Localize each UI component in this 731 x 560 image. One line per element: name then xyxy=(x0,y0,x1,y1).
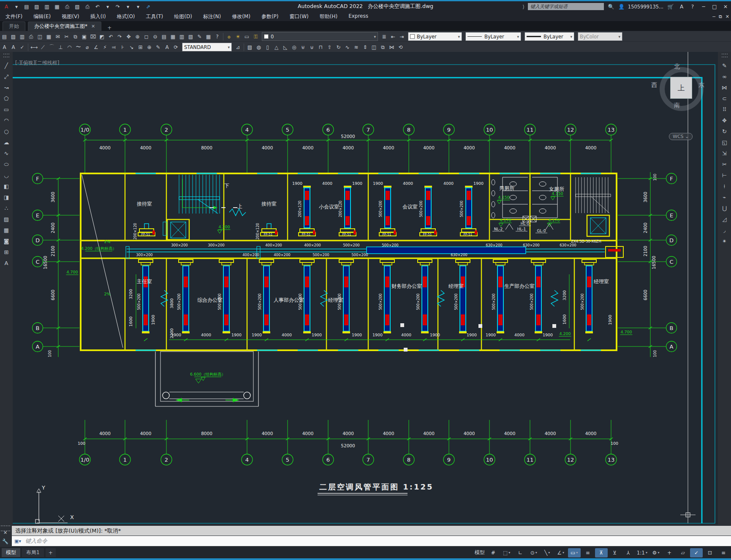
create-block-icon[interactable]: ◨ xyxy=(2,193,11,202)
fillet-icon[interactable]: ◞ xyxy=(720,226,729,235)
save-icon[interactable]: ▥ xyxy=(18,32,27,41)
zoom-realtime-icon[interactable]: ⊕ xyxy=(133,32,142,41)
viewcube-south[interactable]: 南 xyxy=(674,102,680,109)
grid-icon[interactable]: # xyxy=(487,548,500,557)
sweep-icon[interactable]: ∿ xyxy=(343,43,352,51)
circle-icon[interactable]: ○ xyxy=(2,127,11,136)
menu-7[interactable]: 绘图(D) xyxy=(168,13,198,20)
customize-icon[interactable]: ≡ xyxy=(717,548,730,557)
point-icon[interactable]: ∴ xyxy=(2,204,11,213)
pan-icon[interactable]: ✥ xyxy=(124,32,133,41)
loft-icon[interactable]: ≋ xyxy=(352,43,361,51)
snap-icon[interactable]: ⬚▾ xyxy=(500,548,513,557)
wedge-icon[interactable]: ◺ xyxy=(281,43,290,51)
break-icon[interactable]: ⌁ xyxy=(720,193,729,202)
layer-match-icon[interactable]: ⇥ xyxy=(397,32,406,41)
layer-on-icon[interactable]: ๏ xyxy=(225,32,234,41)
command-input[interactable]: ▣▾ 键入命令 xyxy=(12,536,731,546)
undo-icon[interactable]: ↶ xyxy=(106,32,115,41)
mtext-icon[interactable]: A xyxy=(9,43,18,51)
lineweight-combo[interactable]: ByLayer▾ xyxy=(524,32,574,41)
mtext-icon[interactable]: A xyxy=(2,259,11,268)
toolbar-grip[interactable] xyxy=(3,54,9,57)
annoscale-settings-icon[interactable]: ⚙▾ xyxy=(649,548,662,557)
rotate-icon[interactable]: ↻ xyxy=(720,127,729,136)
cut-icon[interactable]: ✂ xyxy=(62,32,71,41)
viewcube[interactable]: 北 西 东 南 上 WCS ⌄ xyxy=(658,65,705,113)
3dalign-icon[interactable]: ⧉ xyxy=(378,43,387,51)
revcloud-icon[interactable]: ☁ xyxy=(2,138,11,147)
qat-menu-caret-icon[interactable]: ▾ xyxy=(133,3,143,11)
menu-8[interactable]: 标注(N) xyxy=(198,13,226,20)
center-mark-icon[interactable]: ⊕ xyxy=(145,43,154,51)
dim-diameter-icon[interactable]: ⌀ xyxy=(83,43,92,51)
viewcube-west[interactable]: 西 xyxy=(651,81,657,89)
redo-caret-icon[interactable]: ▾ xyxy=(123,3,133,11)
slice-icon[interactable]: ◫ xyxy=(370,43,378,51)
polar-icon[interactable]: ⊙▾ xyxy=(527,548,540,557)
signin-label[interactable]: 1505999135... xyxy=(628,4,663,10)
intersect-icon[interactable]: ⊓ xyxy=(316,43,325,51)
break-point-icon[interactable]: ⍿ xyxy=(720,182,729,191)
osnap-icon[interactable]: ⊼ xyxy=(595,548,608,557)
add-layout-button[interactable]: + xyxy=(46,548,56,557)
extrude-icon[interactable]: ⇧ xyxy=(325,43,334,51)
preview-icon[interactable]: ◫ xyxy=(35,32,44,41)
cone-icon[interactable]: △ xyxy=(272,43,281,51)
batch-plot-icon[interactable]: ▧ xyxy=(73,3,82,11)
calc-icon[interactable]: ▦ xyxy=(204,32,213,41)
etransmit-icon[interactable]: ✉ xyxy=(53,32,62,41)
viewcube-wcs-menu[interactable]: WCS ⌄ xyxy=(669,133,693,140)
qnew-icon[interactable]: ▤ xyxy=(0,32,9,41)
osnap3d-icon[interactable]: ⊻ xyxy=(609,548,621,557)
autocad-logo-icon[interactable]: A xyxy=(2,3,11,11)
close-button[interactable]: ✕ xyxy=(722,4,729,10)
help-icon[interactable]: ? xyxy=(213,32,222,41)
stretch-icon[interactable]: ⇲ xyxy=(720,149,729,158)
blockedit-icon[interactable]: ◩ xyxy=(98,32,106,41)
3drotate-icon[interactable]: ⟲ xyxy=(396,43,405,51)
polygon-icon[interactable]: ⬠ xyxy=(2,94,11,103)
toolpalettes-icon[interactable]: ▥ xyxy=(177,32,186,41)
model-space-button[interactable]: 模型 xyxy=(473,548,486,557)
menu-4[interactable]: 插入(I) xyxy=(85,13,111,20)
print-icon[interactable]: ⎙ xyxy=(83,3,92,11)
qleader-icon[interactable]: ↘ xyxy=(127,43,136,51)
dim-continue-icon[interactable]: ⊦ xyxy=(118,43,127,51)
save-as-icon[interactable]: ▦ xyxy=(52,3,62,11)
layer-viewport-icon[interactable]: ▭ xyxy=(242,32,251,41)
torus-icon[interactable]: ◎ xyxy=(290,43,299,51)
properties-icon[interactable]: ▤ xyxy=(160,32,168,41)
sphere-icon[interactable]: ◍ xyxy=(254,43,263,51)
doc-winbtn-0[interactable]: ─ xyxy=(712,14,715,19)
viewcube-north[interactable]: 北 xyxy=(674,63,680,70)
layer-states-icon[interactable]: ≣ xyxy=(380,32,389,41)
menu-13[interactable]: Express xyxy=(343,13,374,19)
doc-winbtn-1[interactable]: ⧉ xyxy=(719,14,722,19)
appstore-icon[interactable]: 🛒 xyxy=(667,4,674,10)
toolbar-grip[interactable] xyxy=(722,54,728,57)
otrack-icon[interactable]: ╲▾ xyxy=(541,548,554,557)
zoom-previous-icon[interactable]: ⊖ xyxy=(151,32,160,41)
viewcube-top-face[interactable]: 上 xyxy=(670,77,692,99)
tab-start[interactable]: 开始 xyxy=(3,22,25,31)
undo-caret-icon[interactable]: ▾ xyxy=(103,3,112,11)
viewcube-east[interactable]: 东 xyxy=(698,81,704,89)
clean-screen-icon[interactable]: ⊡ xyxy=(704,548,716,557)
subtract-icon[interactable]: ⊍ xyxy=(307,43,316,51)
isolate-icon[interactable]: ▱ xyxy=(677,548,689,557)
new-tab-button[interactable]: + xyxy=(105,25,114,31)
offset-icon[interactable]: ⊂ xyxy=(720,94,729,103)
ortho-icon[interactable]: ∟ xyxy=(514,548,527,557)
search-icon[interactable]: 🔍 xyxy=(607,4,615,10)
viewport-controls-label[interactable]: [-][俯视][二维线框] xyxy=(15,60,59,67)
menu-1[interactable]: 文件(F) xyxy=(0,13,28,20)
tolerance-icon[interactable]: ⊞ xyxy=(136,43,145,51)
box-icon[interactable]: ▧ xyxy=(245,43,254,51)
dim-quick-icon[interactable]: ⚡ xyxy=(101,43,109,51)
scale-icon[interactable]: ◱ xyxy=(720,138,729,147)
dimstyle-combo[interactable]: STANDARD▾ xyxy=(182,43,232,51)
erase-icon[interactable]: ✎ xyxy=(720,61,729,70)
open-icon[interactable]: ▨ xyxy=(9,32,18,41)
chamfer-icon[interactable]: ◿ xyxy=(720,215,729,224)
